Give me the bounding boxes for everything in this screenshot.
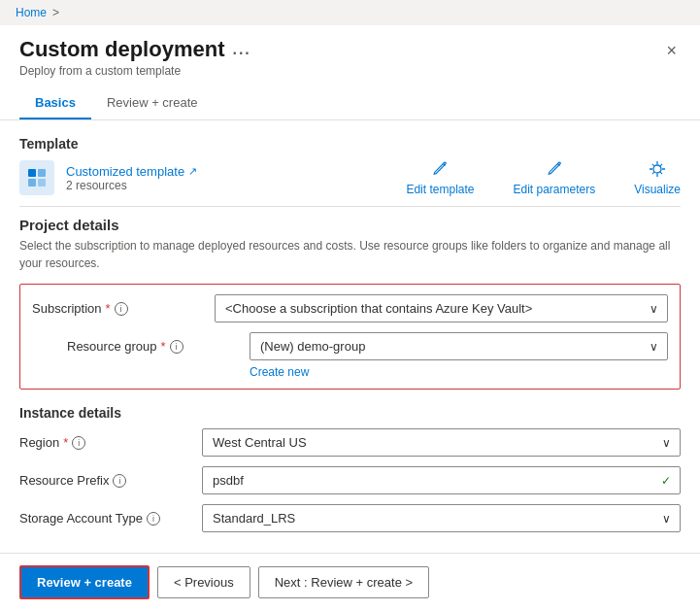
edit-template-action[interactable]: Edit template (406, 159, 474, 196)
storage-account-type-control: Standard_LRS ∨ (202, 504, 681, 532)
resource-group-inner: Resource group * i (New) demo-group ∨ (67, 332, 668, 379)
breadcrumb-home[interactable]: Home (16, 6, 47, 19)
resource-prefix-label: Resource Prefix i (19, 473, 194, 488)
resource-group-select[interactable]: (New) demo-group (250, 332, 668, 360)
more-options-icon[interactable]: ... (232, 41, 250, 58)
storage-account-type-select-wrapper: Standard_LRS ∨ (202, 504, 681, 532)
main-content: Template Customized template ↗ 2 resourc… (0, 120, 700, 558)
region-select-wrapper: West Central US ∨ (202, 428, 681, 457)
template-info: Customized template ↗ 2 resources (66, 164, 197, 192)
required-fields-box: Subscription * i <Choose a subscription … (19, 284, 681, 390)
instance-details-section: Instance details Region * i West Central… (19, 405, 681, 532)
svg-rect-3 (38, 179, 46, 187)
storage-account-type-info-icon[interactable]: i (147, 512, 160, 526)
resource-prefix-row: Resource Prefix i psdbf ✓ (19, 466, 681, 494)
next-button[interactable]: Next : Review + create > (258, 566, 429, 598)
resource-prefix-select[interactable]: psdbf (202, 466, 681, 494)
region-required-star: * (63, 435, 68, 450)
tab-review-create[interactable]: Review + create (91, 87, 214, 119)
resource-group-label: Resource group * i (67, 339, 242, 354)
resource-group-required-star: * (161, 339, 166, 354)
resource-group-info-icon[interactable]: i (170, 340, 183, 354)
template-row: Customized template ↗ 2 resources Edit t… (19, 159, 681, 196)
template-svg-icon (26, 167, 48, 188)
svg-point-4 (653, 165, 661, 173)
tabs-bar: Basics Review + create (0, 78, 700, 120)
storage-account-type-label: Storage Account Type i (19, 511, 194, 526)
template-icon (19, 160, 54, 195)
page-title-text: Custom deployment (19, 37, 224, 62)
resource-group-select-wrapper: (New) demo-group ∨ (250, 332, 668, 360)
visualize-action[interactable]: Visualize (634, 159, 681, 196)
svg-rect-1 (38, 169, 46, 177)
region-label: Region * i (19, 435, 194, 450)
resource-prefix-info-icon[interactable]: i (113, 474, 126, 488)
svg-rect-2 (28, 179, 36, 187)
edit-parameters-action[interactable]: Edit parameters (513, 159, 595, 196)
resource-group-container: Resource group * i (New) demo-group ∨ (32, 332, 668, 379)
region-info-icon[interactable]: i (72, 436, 85, 450)
visualize-icon (648, 159, 667, 179)
edit-template-icon (430, 159, 450, 179)
template-link[interactable]: Customized template ↗ (66, 164, 197, 179)
external-link-icon: ↗ (188, 165, 197, 178)
page-subtitle: Deploy from a custom template (19, 64, 251, 78)
region-row: Region * i West Central US ∨ (19, 428, 681, 457)
resource-prefix-control: psdbf ✓ (202, 466, 681, 494)
template-actions: Edit template Edit parameters Visualize (406, 159, 681, 196)
project-details-desc: Select the subscription to manage deploy… (19, 237, 681, 272)
previous-button[interactable]: < Previous (157, 566, 250, 598)
svg-rect-0 (28, 169, 36, 177)
project-details-title: Project details (19, 217, 681, 233)
subscription-required-star: * (106, 301, 111, 316)
resource-group-control: (New) demo-group ∨ (250, 332, 668, 360)
region-control: West Central US ∨ (202, 428, 681, 457)
subscription-select[interactable]: <Choose a subscription that contains Azu… (215, 294, 668, 322)
subscription-label: Subscription * i (32, 301, 207, 316)
tab-basics[interactable]: Basics (19, 87, 91, 119)
footer: Review + create < Previous Next : Review… (0, 553, 700, 611)
subscription-info-icon[interactable]: i (115, 302, 128, 316)
template-section-title: Template (19, 136, 681, 152)
storage-account-type-row: Storage Account Type i Standard_LRS ∨ (19, 504, 681, 532)
resource-group-row: Resource group * i (New) demo-group ∨ (67, 332, 668, 360)
create-new-container: Create new (67, 364, 668, 379)
instance-details-title: Instance details (19, 405, 681, 421)
resource-prefix-select-wrapper: psdbf ✓ (202, 466, 681, 494)
close-button[interactable]: × (662, 37, 681, 65)
review-create-button[interactable]: Review + create (19, 565, 150, 599)
subscription-select-wrapper: <Choose a subscription that contains Azu… (215, 294, 668, 322)
breadcrumb-separator: > (52, 6, 59, 19)
edit-parameters-icon (545, 159, 564, 179)
storage-account-type-select[interactable]: Standard_LRS (202, 504, 681, 532)
subscription-control: <Choose a subscription that contains Azu… (215, 294, 668, 322)
region-select[interactable]: West Central US (202, 428, 681, 457)
page-header: Custom deployment ... Deploy from a cust… (0, 25, 700, 78)
divider-1 (19, 206, 681, 207)
template-resources: 2 resources (66, 179, 197, 192)
create-new-link[interactable]: Create new (250, 365, 309, 379)
breadcrumb: Home > (0, 0, 700, 25)
subscription-row: Subscription * i <Choose a subscription … (32, 294, 668, 322)
